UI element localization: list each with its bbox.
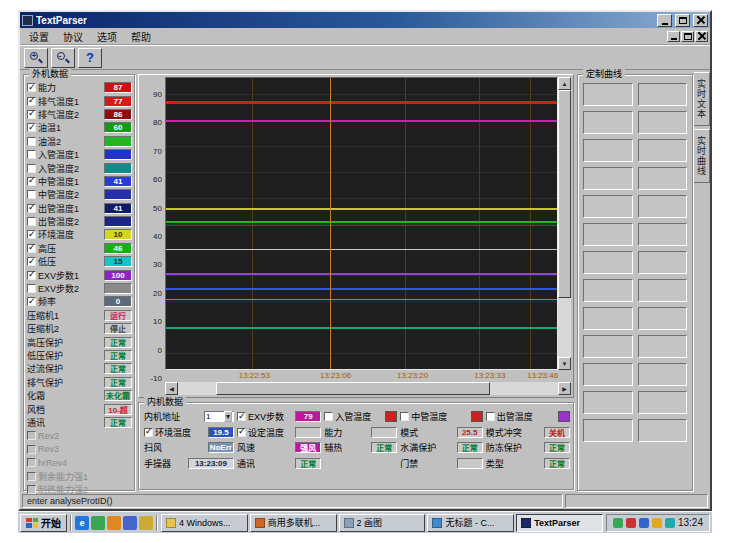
row-checkbox[interactable] [27,485,36,494]
curve-slot[interactable] [638,167,688,190]
curve-slot[interactable] [638,391,688,414]
curve-slot[interactable] [638,335,688,358]
curve-slot[interactable] [583,139,633,162]
scroll-up-button[interactable] [558,77,571,90]
side-tab[interactable]: 实时文本 [694,72,710,126]
taskbar-window-button[interactable]: TextParser [516,514,603,532]
row-checkbox[interactable] [27,150,36,159]
cell-value[interactable]: NoErr [208,442,234,453]
row-checkbox[interactable] [27,458,36,467]
cell-checkbox[interactable] [237,412,246,421]
start-button[interactable]: 开始 [20,514,67,532]
cell-checkbox[interactable] [144,428,153,437]
curve-slot[interactable] [638,139,688,162]
curve-slot[interactable] [638,195,688,218]
scroll-right-button[interactable] [558,382,571,395]
scroll-down-button[interactable] [558,357,571,370]
menu-item[interactable]: 设置 [22,28,56,45]
row-checkbox[interactable] [27,110,36,119]
quicklaunch-icon[interactable] [91,516,105,530]
curve-slot[interactable] [583,83,633,106]
curve-slot[interactable] [583,251,633,274]
row-checkbox[interactable] [27,204,36,213]
menu-item[interactable]: 协议 [56,28,90,45]
scroll-left-button[interactable] [165,382,178,395]
cell-checkbox[interactable] [486,412,495,421]
taskbar-window-button[interactable]: 无标题 - C... [427,514,514,532]
row-checkbox[interactable] [27,445,36,454]
title-bar[interactable]: TextParser [20,12,710,28]
mdi-restore-button[interactable] [681,31,694,42]
row-checkbox[interactable] [27,164,36,173]
curve-slot[interactable] [638,279,688,302]
quicklaunch-icon[interactable] [107,516,121,530]
vertical-scroll-track[interactable] [558,90,571,357]
curve-slot[interactable] [583,391,633,414]
cell-checkbox[interactable] [324,412,333,421]
help-button[interactable] [78,48,102,68]
taskbar-window-button[interactable]: 商用多联机... [250,514,337,532]
curve-slot[interactable] [638,307,688,330]
curve-slot[interactable] [583,335,633,358]
curve-slot[interactable] [583,223,633,246]
row-checkbox[interactable] [27,217,36,226]
curve-slot[interactable] [583,307,633,330]
menu-item[interactable]: 选项 [90,28,124,45]
zoom-out-button[interactable] [51,48,75,68]
row-checkbox[interactable] [27,297,36,306]
tray-icon[interactable] [639,518,649,528]
cell-value[interactable]: 13:23:09 [188,458,234,469]
curve-slot[interactable] [638,419,688,442]
row-checkbox[interactable] [27,83,36,92]
horizontal-scroll-track[interactable] [178,382,558,395]
curve-slot[interactable] [638,363,688,386]
side-tab[interactable]: 实时曲线 [694,129,710,183]
clock[interactable]: 13:24 [678,517,703,528]
curve-slot[interactable] [638,111,688,134]
curve-slot[interactable] [638,223,688,246]
row-checkbox[interactable] [27,431,36,440]
mdi-minimize-button[interactable] [667,31,680,42]
menu-item[interactable]: 帮助 [124,28,158,45]
minimize-button[interactable] [657,14,672,27]
mdi-close-button[interactable] [695,31,708,42]
curve-slot[interactable] [583,363,633,386]
curve-slot[interactable] [638,83,688,106]
tray-icon[interactable] [626,518,636,528]
row-checkbox[interactable] [27,271,36,280]
taskbar-window-button[interactable]: 2 画图 [339,514,426,532]
horizontal-scroll-thumb[interactable] [216,382,490,395]
row-checkbox[interactable] [27,472,36,481]
cell-checkbox[interactable] [400,412,409,421]
quicklaunch-icon[interactable] [139,516,153,530]
row-checkbox[interactable] [27,190,36,199]
row-checkbox[interactable] [27,137,36,146]
crosshair-vertical[interactable] [330,78,331,369]
cell-value[interactable]: 19.5 [208,427,234,438]
row-checkbox[interactable] [27,230,36,239]
curve-slot[interactable] [583,419,633,442]
row-checkbox[interactable] [27,244,36,253]
row-checkbox[interactable] [27,284,36,293]
plot-area[interactable] [165,77,558,370]
curve-slot[interactable] [583,195,633,218]
quicklaunch-icon[interactable] [123,516,137,530]
zoom-in-button[interactable] [24,48,48,68]
crosshair-horizontal[interactable] [166,299,557,300]
row-checkbox[interactable] [27,97,36,106]
row-checkbox[interactable] [27,177,36,186]
chart-vertical-scrollbar[interactable] [558,77,571,370]
maximize-button[interactable] [675,14,690,27]
tray-icon[interactable] [652,518,662,528]
row-checkbox[interactable] [27,123,36,132]
close-button[interactable] [693,14,708,27]
curve-slot[interactable] [583,167,633,190]
cell-checkbox[interactable] [237,428,246,437]
row-checkbox[interactable] [27,257,36,266]
cell-value[interactable]: 1 [204,411,234,422]
vertical-scroll-thumb[interactable] [558,90,571,298]
curve-slot[interactable] [638,251,688,274]
chart-horizontal-scrollbar[interactable] [165,382,571,395]
tray-icon[interactable] [665,518,675,528]
taskbar-window-button[interactable]: 4 Windows... [161,514,248,532]
